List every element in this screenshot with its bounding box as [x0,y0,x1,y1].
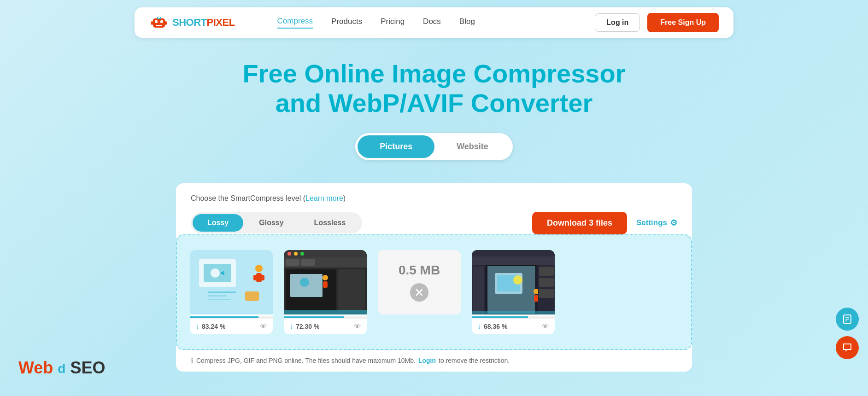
stat-percent-2: 72.30 % [296,323,319,330]
level-lossless[interactable]: Lossless [299,214,360,232]
main-content: Choose the SmartCompress level (Learn mo… [158,183,710,372]
svg-point-14 [255,265,263,272]
image-footer-4: ↓ 68.36 % 👁 [472,318,555,334]
compress-label: Choose the SmartCompress level (Learn mo… [191,194,346,203]
logo-icon [149,13,169,32]
image-placeholder-3: 0.5 MB [378,250,461,314]
file-size-label: 0.5 MB [399,263,440,278]
images-area: ↓ 83.24 % 👁 [176,234,692,350]
nav-compress[interactable]: Compress [277,17,313,29]
svg-rect-41 [472,256,555,265]
svg-rect-7 [151,21,153,25]
hero-title: Free Online Image Compressor and WebP/AV… [227,59,641,118]
watermark: Web d SEO [18,358,106,378]
download-arrow-icon-2[interactable]: ↓ [289,322,293,331]
svg-point-12 [211,268,220,278]
gear-icon: ⚙ [670,218,677,228]
stat-percent-4: 68.36 % [484,323,507,330]
nav-pricing[interactable]: Pricing [381,17,405,28]
footer-login-link[interactable]: Login [418,357,436,364]
svg-rect-17 [261,275,264,280]
svg-rect-19 [208,291,236,293]
logo[interactable]: SHORTPIXEL [149,13,235,32]
nav-actions: Log in Free Sign Up [595,13,719,32]
svg-point-33 [300,278,309,287]
svg-rect-20 [208,295,227,297]
tab-website[interactable]: Website [434,135,510,158]
level-lossy[interactable]: Lossy [193,214,243,232]
eye-icon-1[interactable]: 👁 [260,322,267,331]
svg-rect-40 [472,250,555,256]
image-thumb-2 [284,250,367,314]
navbar: SHORTPIXEL Compress Products Pricing Doc… [135,7,733,38]
eye-icon-2[interactable]: 👁 [354,322,361,331]
svg-rect-35 [323,281,328,288]
svg-rect-16 [253,275,257,280]
right-controls: Download 3 files Settings ⚙ [532,212,677,234]
image-card-4: ↓ 68.36 % 👁 [472,250,555,334]
footer-text2: to remove the restriction. [439,357,510,364]
image-stat-2: ↓ 72.30 % [289,322,319,331]
hero-section: Free Online Image Compressor and WebP/AV… [0,45,868,183]
image-thumb-1 [190,250,273,314]
image-footer-2: ↓ 72.30 % 👁 [284,318,367,334]
download-arrow-icon-4[interactable]: ↓ [477,322,481,331]
svg-point-34 [323,275,328,280]
level-tabs: Lossy Glossy Lossless [191,212,362,233]
footer-text: Compress JPG, GIF and PNG online. The fi… [196,357,416,364]
tab-toggle: Pictures Website [355,133,513,160]
svg-rect-28 [286,259,299,266]
nav-blog[interactable]: Blog [459,17,475,28]
images-wrapper: ↓ 83.24 % 👁 [176,234,692,372]
svg-rect-53 [539,278,554,287]
chat-button[interactable] [836,336,859,359]
login-button[interactable]: Log in [595,13,640,32]
settings-button[interactable]: Settings ⚙ [636,218,677,228]
svg-point-26 [300,252,304,256]
image-stat-1: ↓ 83.24 % [195,322,225,331]
svg-point-6 [158,17,160,18]
svg-rect-31 [338,269,365,311]
nav-docs[interactable]: Docs [423,17,441,28]
svg-rect-21 [208,299,231,300]
signup-button[interactable]: Free Sign Up [647,13,719,32]
svg-rect-50 [534,295,539,302]
x-icon [415,288,424,297]
image-card-1: ↓ 83.24 % 👁 [190,250,273,334]
image-thumb-4 [472,250,555,314]
svg-rect-3 [160,20,163,23]
image-card-2: ↓ 72.30 % 👁 [284,250,367,334]
svg-rect-2 [155,20,158,23]
svg-rect-43 [473,267,484,313]
svg-point-24 [287,252,291,256]
compress-header: Choose the SmartCompress level (Learn mo… [191,194,677,203]
svg-rect-18 [245,291,259,301]
download-arrow-icon-1[interactable]: ↓ [195,322,199,331]
eye-icon-4[interactable]: 👁 [542,322,549,331]
remove-button-3[interactable] [410,283,428,302]
chat-icon [842,342,853,353]
svg-rect-4 [156,25,162,26]
logo-text: SHORTPIXEL [172,17,235,29]
svg-point-48 [513,275,522,285]
notepad-icon [842,314,853,325]
notes-button[interactable] [836,308,859,331]
nav-links: Compress Products Pricing Docs Blog [277,17,581,29]
compress-box: Choose the SmartCompress level (Learn mo… [176,183,692,234]
footer-note: ℹ Compress JPG, GIF and PNG online. The … [176,350,692,372]
svg-point-25 [294,252,298,256]
level-glossy[interactable]: Glossy [244,214,298,232]
svg-rect-55 [472,311,555,314]
image-card-3: 0.5 MB [378,250,461,314]
svg-rect-54 [539,289,554,298]
side-buttons [836,308,859,359]
svg-rect-29 [301,259,315,266]
learn-more-link[interactable]: Learn more [305,194,343,202]
download-button[interactable]: Download 3 files [532,212,627,234]
svg-rect-36 [284,310,367,314]
tab-pictures[interactable]: Pictures [358,135,434,158]
compress-controls: Lossy Glossy Lossless Download 3 files S… [191,212,677,234]
stat-percent-1: 83.24 % [202,323,225,330]
image-footer-1: ↓ 83.24 % 👁 [190,318,273,334]
nav-products[interactable]: Products [331,17,362,28]
